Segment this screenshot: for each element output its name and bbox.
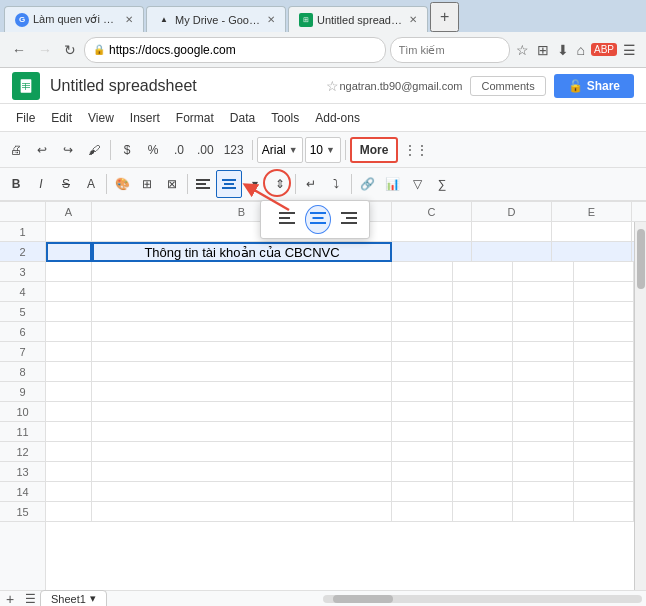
font-dropdown[interactable]: Arial ▼ [257, 137, 303, 163]
cell-b2[interactable]: Thông tin tài khoản của CBCNVC [92, 242, 392, 262]
tab-1[interactable]: G Làm quen với Gc... ✕ [4, 6, 144, 32]
cell-b9[interactable] [92, 382, 392, 402]
nav-icon-2[interactable]: ⊞ [535, 40, 551, 60]
cell-d4[interactable] [453, 282, 514, 302]
cell-c7[interactable] [392, 342, 453, 362]
abp-button[interactable]: ABP [591, 43, 617, 56]
cell-f5[interactable] [574, 302, 635, 322]
cell-a2[interactable] [46, 242, 92, 262]
cell-c4[interactable] [392, 282, 453, 302]
cell-d10[interactable] [453, 402, 514, 422]
text-wrap-button[interactable]: ↵ [299, 170, 323, 198]
cell-d7[interactable] [453, 342, 514, 362]
cell-f7[interactable] [574, 342, 635, 362]
cell-a3[interactable] [46, 262, 92, 282]
cell-d5[interactable] [453, 302, 514, 322]
cell-f14[interactable] [574, 482, 635, 502]
tab-3[interactable]: ⊞ Untitled spreads... ✕ [288, 6, 428, 32]
cell-e10[interactable] [513, 402, 574, 422]
print-button[interactable]: 🖨 [4, 136, 28, 164]
cell-c6[interactable] [392, 322, 453, 342]
cell-d2[interactable] [472, 242, 552, 262]
cell-f9[interactable] [574, 382, 635, 402]
cell-b14[interactable] [92, 482, 392, 502]
row-num-10[interactable]: 10 [0, 402, 45, 422]
share-button[interactable]: 🔓 Share [554, 74, 634, 98]
cell-f11[interactable] [574, 422, 635, 442]
cell-f6[interactable] [574, 322, 635, 342]
col-header-a[interactable]: A [46, 202, 92, 221]
cell-f15[interactable] [574, 502, 635, 522]
cell-c9[interactable] [392, 382, 453, 402]
function-button[interactable]: ∑ [430, 170, 454, 198]
cell-e9[interactable] [513, 382, 574, 402]
italic-button[interactable]: I [29, 170, 53, 198]
fill-color-button[interactable]: 🎨 [110, 170, 134, 198]
row-num-2[interactable]: 2 [0, 242, 45, 262]
cell-d6[interactable] [453, 322, 514, 342]
cell-b4[interactable] [92, 282, 392, 302]
cell-f1[interactable] [632, 222, 634, 242]
col-header-c[interactable]: C [392, 202, 472, 221]
cell-a5[interactable] [46, 302, 92, 322]
col-header-f[interactable]: F [632, 202, 646, 221]
v-scrollbar-track[interactable] [635, 222, 646, 590]
cell-a11[interactable] [46, 422, 92, 442]
cell-c13[interactable] [392, 462, 453, 482]
col-header-e[interactable]: E [552, 202, 632, 221]
app-star-icon[interactable]: ☆ [326, 78, 339, 94]
cell-a6[interactable] [46, 322, 92, 342]
col-header-d[interactable]: D [472, 202, 552, 221]
address-input[interactable] [109, 43, 377, 57]
cell-e7[interactable] [513, 342, 574, 362]
menu-edit[interactable]: Edit [43, 109, 80, 127]
align-left-button[interactable] [191, 170, 215, 198]
undo-button[interactable]: ↩ [30, 136, 54, 164]
menu-addons[interactable]: Add-ons [307, 109, 368, 127]
cell-e12[interactable] [513, 442, 574, 462]
cell-d13[interactable] [453, 462, 514, 482]
row-num-14[interactable]: 14 [0, 482, 45, 502]
row-num-13[interactable]: 13 [0, 462, 45, 482]
menu-format[interactable]: Format [168, 109, 222, 127]
cell-f12[interactable] [574, 442, 635, 462]
cell-d9[interactable] [453, 382, 514, 402]
cell-e8[interactable] [513, 362, 574, 382]
h-scrollbar-thumb[interactable] [333, 595, 393, 603]
cell-b6[interactable] [92, 322, 392, 342]
cell-f2[interactable] [632, 242, 634, 262]
cell-c12[interactable] [392, 442, 453, 462]
row-num-8[interactable]: 8 [0, 362, 45, 382]
redo-button[interactable]: ↪ [56, 136, 80, 164]
cell-b13[interactable] [92, 462, 392, 482]
cell-c10[interactable] [392, 402, 453, 422]
cell-b5[interactable] [92, 302, 392, 322]
search-input[interactable] [399, 44, 501, 56]
cell-f8[interactable] [574, 362, 635, 382]
text-color-button[interactable]: A [79, 170, 103, 198]
cell-b12[interactable] [92, 442, 392, 462]
popup-align-center-button[interactable] [305, 205, 331, 234]
text-rotate-button[interactable]: ⤵ [324, 170, 348, 198]
sheet-tab-1[interactable]: Sheet1 ▾ [40, 590, 107, 607]
popup-align-right-button[interactable] [337, 206, 361, 233]
row-num-3[interactable]: 3 [0, 262, 45, 282]
cell-e6[interactable] [513, 322, 574, 342]
cell-e14[interactable] [513, 482, 574, 502]
strikethrough-button[interactable]: S [54, 170, 78, 198]
paint-format-button[interactable]: 🖌 [82, 136, 106, 164]
cell-b15[interactable] [92, 502, 392, 522]
cell-e4[interactable] [513, 282, 574, 302]
cell-b8[interactable] [92, 362, 392, 382]
tab-2-close[interactable]: ✕ [267, 14, 275, 25]
cell-d3[interactable] [453, 262, 514, 282]
cell-b7[interactable] [92, 342, 392, 362]
add-sheet-button[interactable]: + [0, 589, 20, 607]
sheet-menu-button[interactable]: ☰ [20, 589, 40, 607]
cell-d11[interactable] [453, 422, 514, 442]
cell-d14[interactable] [453, 482, 514, 502]
menu-tools[interactable]: Tools [263, 109, 307, 127]
percent-button[interactable]: % [141, 136, 165, 164]
cell-f10[interactable] [574, 402, 635, 422]
cell-b11[interactable] [92, 422, 392, 442]
